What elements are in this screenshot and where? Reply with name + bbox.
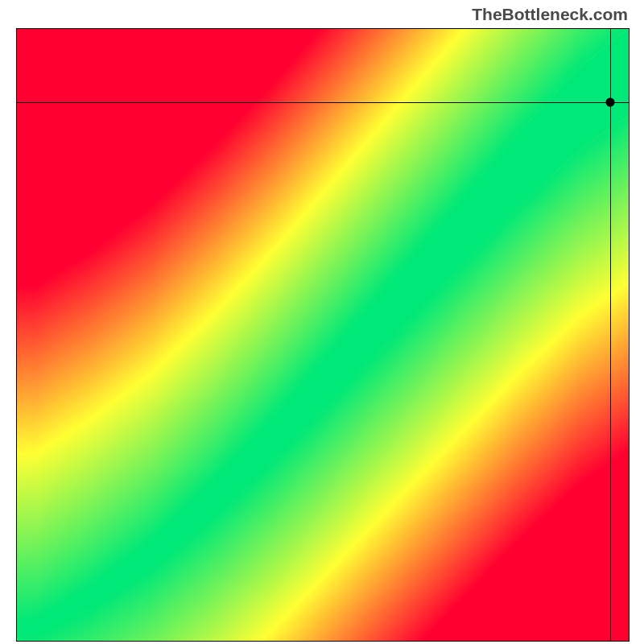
bottleneck-heatmap (16, 28, 630, 642)
crosshair-vertical (610, 29, 611, 641)
watermark-text: TheBottleneck.com (472, 5, 628, 24)
selection-marker (606, 98, 615, 107)
crosshair-horizontal (17, 102, 629, 103)
heatmap-canvas (17, 29, 629, 641)
